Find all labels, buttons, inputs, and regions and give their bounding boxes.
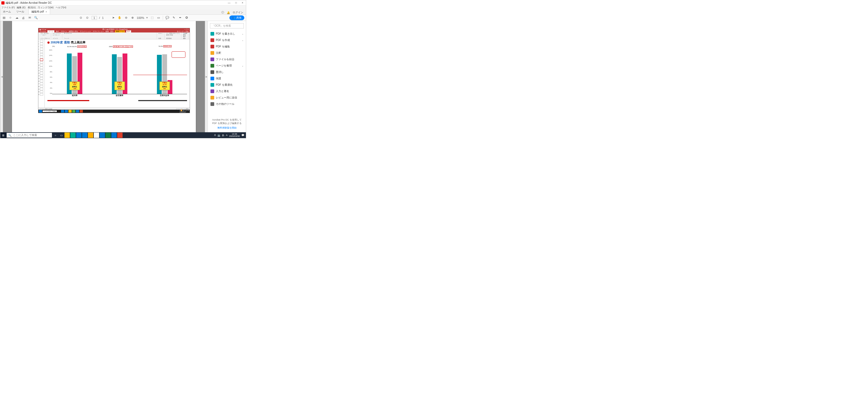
ppt-thumb-18[interactable]: 18 <box>40 85 43 88</box>
app3-icon[interactable] <box>111 133 117 138</box>
taskbar-clock[interactable]: 14:36 2020/03/30 <box>229 133 240 137</box>
tray-ime-icon[interactable]: あ <box>222 134 224 137</box>
tool-item-10[interactable]: レビュー用に送信 <box>208 95 246 101</box>
help-icon[interactable]: ⓘ <box>221 11 224 14</box>
ppt-thumb-14[interactable]: 14 <box>40 74 43 77</box>
left-panel-handle[interactable]: ◀ <box>0 21 3 132</box>
menu-file[interactable]: ファイル (F) <box>1 6 14 9</box>
outlook2-icon[interactable] <box>100 133 105 138</box>
chart-group: 予算比61%前年比85% <box>97 49 142 94</box>
ppt-thumb-20[interactable]: 20 <box>40 91 43 93</box>
acrobat-taskbar-icon[interactable] <box>117 133 123 138</box>
ppt-thumb-10[interactable]: 10 <box>40 64 43 66</box>
tool-item-1[interactable]: PDF を作成⌄ <box>208 37 246 43</box>
pointer-icon[interactable]: ➤ <box>111 16 115 20</box>
ppt-thumb-11[interactable]: 11 <box>40 67 43 69</box>
ppt-thumb-1[interactable]: 1 <box>40 40 43 42</box>
slide-callout[interactable] <box>172 51 185 58</box>
ppt-thumb-2[interactable]: 2 <box>40 42 43 45</box>
search-icon[interactable]: 🔍 <box>34 16 38 20</box>
tool-item-4[interactable]: ファイルを結合 <box>208 56 246 63</box>
ppt-thumb-17[interactable]: 17 <box>40 82 43 85</box>
bell-icon[interactable]: 🔔 <box>227 11 230 14</box>
taskbar-search[interactable]: 🔍 ここに入力して検索 <box>7 133 52 138</box>
fit-width-icon[interactable]: ⬚ <box>150 16 154 20</box>
page-up-icon[interactable]: ⊙ <box>79 16 83 20</box>
tools-search[interactable]: 「OCR」を検索 <box>210 23 244 29</box>
chrome-icon[interactable] <box>94 133 99 138</box>
ppt-thumb-16[interactable]: 16 <box>40 80 43 82</box>
login-link[interactable]: ログイン <box>232 11 243 14</box>
ppt-thumb-15[interactable]: 15 <box>40 77 43 79</box>
zoom-value[interactable]: 100% <box>137 16 144 20</box>
ppt-thumbnails[interactable]: 123456789101112131415161718192021 <box>38 39 45 107</box>
chart-group: 予算比40%前年比+3% <box>52 49 97 94</box>
ie-icon[interactable] <box>82 133 87 138</box>
cloud-icon[interactable]: ☁ <box>14 16 19 20</box>
zoom-in-icon[interactable]: ⊕ <box>130 16 134 20</box>
tool-item-2[interactable]: PDF を編集 <box>208 43 246 50</box>
tool-item-7[interactable]: 保護 <box>208 75 246 82</box>
right-panel-handle[interactable]: ▶ <box>205 21 208 132</box>
notifications-icon[interactable]: 💬 <box>241 134 244 137</box>
menu-help[interactable]: ヘルプ(H) <box>56 6 66 9</box>
tool-item-6[interactable]: 墨消し <box>208 69 246 75</box>
mail-icon[interactable]: ✉ <box>27 16 32 20</box>
explorer-icon[interactable] <box>64 133 70 138</box>
tray-lang-icon[interactable]: A <box>226 134 227 137</box>
app1-icon[interactable] <box>70 133 76 138</box>
outlook-icon[interactable] <box>76 133 82 138</box>
minimize-button[interactable]: — <box>228 1 230 4</box>
tab-document[interactable]: 編集時.pdf × <box>29 9 50 14</box>
tab-tools[interactable]: ツール <box>13 9 27 14</box>
menu-edit[interactable]: 編集 (E) <box>17 6 26 9</box>
ppt-thumb-13[interactable]: 13 <box>40 72 43 74</box>
ppt-thumb-5[interactable]: 5 <box>40 50 43 53</box>
tool-item-5[interactable]: ページを整理⌄ <box>208 63 246 69</box>
ppt-thumb-9[interactable]: 9 <box>40 61 43 64</box>
close-button[interactable]: × <box>242 1 243 4</box>
tab-home[interactable]: ホーム <box>0 9 13 14</box>
sign-icon[interactable]: ✒ <box>178 16 182 20</box>
ppt-thumb-3[interactable]: 3 <box>40 45 43 48</box>
ppt-thumb-12[interactable]: 12 <box>40 69 43 72</box>
ppt-thumb-4[interactable]: 4 <box>40 48 43 50</box>
highlight-icon[interactable]: ✎ <box>172 16 176 20</box>
start-button[interactable]: ⊞ <box>0 132 6 138</box>
document-canvas[interactable]: ▣ ↶ ↷ ▾ 料-1 .ppt [互換モード] - PowerPoint — … <box>3 21 205 132</box>
page-down-icon[interactable]: ⊙ <box>85 16 90 20</box>
ppt-thumb-6[interactable]: 6 <box>40 53 43 56</box>
comment-icon[interactable]: 💬 <box>165 16 169 20</box>
tray-network-icon[interactable]: 💻 <box>217 134 220 137</box>
tool-item-3[interactable]: 注釈 <box>208 50 246 56</box>
tool-item-11[interactable]: その他のツール <box>208 101 246 107</box>
ppt-thumb-8[interactable]: 8 <box>40 59 43 61</box>
stamp-icon[interactable]: ✪ <box>184 16 189 20</box>
ppt-thumb-19[interactable]: 19 <box>40 88 43 90</box>
tray-up-icon[interactable]: ᐱ <box>214 134 216 137</box>
zoom-out-icon[interactable]: ⊖ <box>124 16 128 20</box>
taskview-icon[interactable]: ▭ <box>59 133 64 138</box>
tool-item-8[interactable]: PDF を最適化 <box>208 82 246 88</box>
share-button[interactable]: 👥 共有 <box>229 15 244 20</box>
ppt-thumb-21[interactable]: 21 <box>40 93 43 96</box>
page-current[interactable]: 1 <box>92 16 97 20</box>
tab-close-icon[interactable]: × <box>45 10 47 13</box>
ppt-slide-editor[interactable]: 2082年度 通期 売上高比率 16%14%12%10%8%6%4%2%0% (… <box>45 39 190 107</box>
tool-item-0[interactable]: PDF を書き出し⌄ <box>208 31 246 37</box>
print-icon[interactable]: 🖨 <box>21 16 25 20</box>
maximize-button[interactable]: □ <box>235 1 237 4</box>
cortana-icon[interactable]: ○ <box>53 133 58 138</box>
ppt-thumb-7[interactable]: 7 <box>40 56 43 58</box>
fit-page-icon[interactable]: ▭ <box>156 16 161 20</box>
excel-icon[interactable] <box>105 133 111 138</box>
hand-icon[interactable]: ✋ <box>118 16 122 20</box>
star-icon[interactable]: ☆ <box>8 16 12 20</box>
system-tray[interactable]: ᐱ 💻 あ A 14:36 2020/03/30 💬 <box>213 133 246 137</box>
chevron-down-icon: ⌄ <box>242 39 244 41</box>
sidebar-toggle-icon[interactable]: ▤ <box>2 16 6 20</box>
windows-taskbar: ⊞ 🔍 ここに入力して検索 ○ ▭ ᐱ 💻 あ A 14:36 2020/03/… <box>0 132 246 138</box>
app2-icon[interactable] <box>88 133 93 138</box>
promo-link[interactable]: 無料体験版を開始 <box>211 126 243 130</box>
tool-item-9[interactable]: 入力と署名 <box>208 88 246 95</box>
